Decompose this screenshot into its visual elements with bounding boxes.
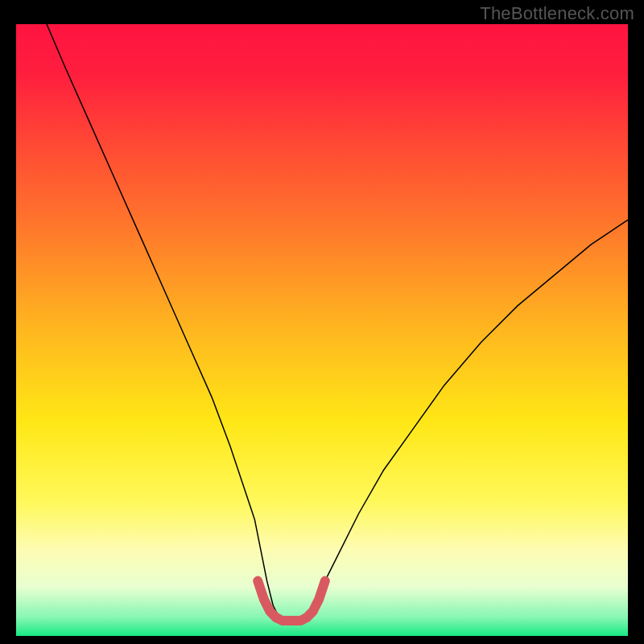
chart-frame [16,24,628,636]
chart-background [16,24,628,636]
watermark-text: TheBottleneck.com [480,3,634,24]
chart-svg [16,24,628,636]
